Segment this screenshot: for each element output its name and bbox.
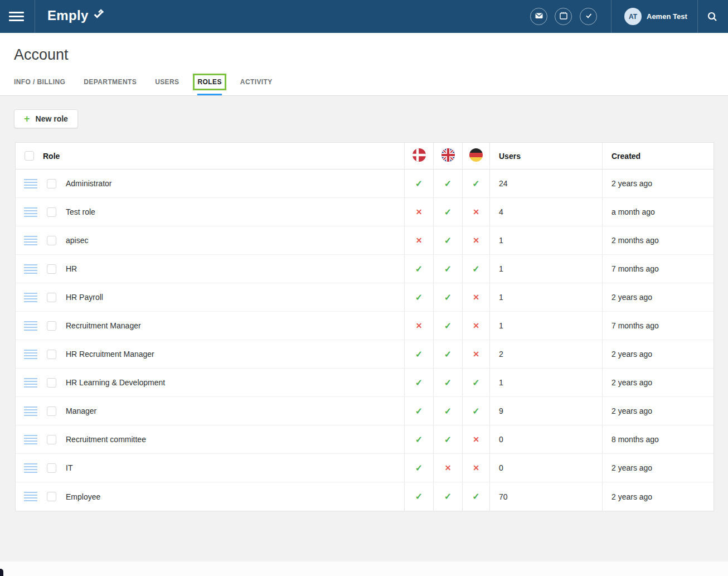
lang-english-cell: ✓ [433,283,462,311]
table-header-row: Role [16,143,714,170]
table-row: Test role ✕ ✓ ✕ 4 a month ago [16,198,714,226]
check-icon: ✓ [444,377,452,388]
lang-german-cell: ✓ [462,255,489,283]
role-name[interactable]: HR Recruitment Manager [66,350,154,359]
lang-danish-cell: ✓ [404,397,433,425]
users-count: 70 [499,492,508,501]
role-name[interactable]: Recruitment committee [66,435,146,444]
role-name[interactable]: HR [66,264,77,273]
drag-handle-icon[interactable] [24,463,37,473]
role-name[interactable]: Manager [66,406,96,415]
tasks-button[interactable] [580,8,597,25]
lang-english-cell: ✓ [433,312,462,340]
lang-danish-cell: ✓ [404,482,433,511]
role-name[interactable]: HR Payroll [66,293,103,302]
row-checkbox[interactable] [47,463,56,473]
role-name[interactable]: HR Learning & Development [66,378,165,387]
user-name[interactable]: Aemen Test [647,0,687,33]
tab-departments[interactable]: DEPARTMENTS [84,78,137,95]
check-icon: ✓ [415,463,423,473]
created-at: a month ago [611,207,655,216]
row-checkbox[interactable] [47,350,56,359]
row-checkbox[interactable] [47,293,56,302]
roles-table: Role [15,142,714,511]
tab-activity[interactable]: ACTIVITY [240,78,273,95]
cross-icon: ✕ [473,463,479,472]
cross-icon: ✕ [473,350,479,359]
check-icon: ✓ [415,292,423,303]
calendar-button[interactable] [555,8,572,25]
row-checkbox[interactable] [47,207,56,217]
role-name[interactable]: apisec [66,236,88,245]
check-icon: ✓ [415,349,423,360]
page-title: Account [14,46,69,64]
new-role-button[interactable]: + New role [14,109,78,128]
footer-strip [0,562,728,576]
check-icon: ✓ [444,491,452,502]
role-name[interactable]: IT [66,463,72,472]
users-count: 2 [499,350,503,359]
drag-handle-icon[interactable] [24,264,37,274]
search-icon[interactable] [707,11,718,22]
brand-name: Emply [47,8,89,23]
drag-handle-icon[interactable] [24,406,37,416]
tab-users[interactable]: USERS [155,78,179,95]
tab-roles[interactable]: ROLES [197,78,221,95]
hamburger-menu-icon[interactable] [9,12,24,21]
brand-logo[interactable]: Emply [47,8,105,23]
lang-danish-cell: ✕ [404,198,433,226]
check-icon: ✓ [444,292,452,303]
row-checkbox[interactable] [47,179,56,188]
check-icon: ✓ [444,235,452,246]
role-name[interactable]: Administrator [66,179,111,188]
drag-handle-icon[interactable] [24,179,37,188]
lang-danish-cell: ✕ [404,312,433,340]
row-checkbox[interactable] [47,492,56,501]
drag-handle-icon[interactable] [24,435,37,444]
drag-handle-icon[interactable] [24,492,37,501]
row-checkbox[interactable] [47,406,56,416]
drag-handle-icon[interactable] [24,236,37,245]
created-at: 7 months ago [611,264,659,273]
row-checkbox[interactable] [47,378,56,388]
cross-icon: ✕ [416,236,423,245]
user-avatar[interactable]: AT [624,8,642,25]
check-icon: ✓ [415,377,423,388]
tab-info-billing[interactable]: INFO / BILLING [14,78,65,95]
top-navbar: Emply AT A [0,0,728,33]
select-all-checkbox[interactable] [25,151,34,161]
lang-english-cell: ✓ [433,482,462,511]
row-checkbox[interactable] [47,321,56,331]
drag-handle-icon[interactable] [24,321,37,331]
row-checkbox[interactable] [47,435,56,444]
drag-handle-icon[interactable] [24,350,37,359]
lang-english-cell: ✓ [433,255,462,283]
users-count: 24 [499,179,508,188]
created-at: 2 years ago [611,350,652,359]
emply-logo-icon [93,8,105,23]
lang-danish-cell: ✕ [404,226,433,254]
drag-handle-icon[interactable] [24,293,37,302]
lang-german-cell: ✓ [462,482,489,511]
lang-german-cell: ✓ [462,369,489,396]
mail-icon [535,11,543,22]
check-icon: ✓ [444,178,452,189]
table-row: HR ✓ ✓ ✓ 1 7 months ago [16,255,714,283]
check-icon: ✓ [415,178,423,189]
users-count: 4 [499,207,503,216]
role-name[interactable]: Employee [66,492,100,501]
role-name[interactable]: Test role [66,207,95,216]
check-icon: ✓ [472,406,479,417]
role-name[interactable]: Recruitment Manager [66,321,141,330]
drag-handle-icon[interactable] [24,207,37,217]
table-row: HR Learning & Development ✓ ✓ ✓ 1 2 year… [16,369,714,397]
lang-german-cell: ✓ [462,170,489,197]
users-count: 1 [499,264,503,273]
lang-danish-cell: ✓ [404,283,433,311]
table-row: apisec ✕ ✓ ✕ 1 2 months ago [16,226,714,255]
mail-button[interactable] [530,8,547,25]
lang-german-cell: ✕ [462,226,489,254]
row-checkbox[interactable] [47,236,56,245]
drag-handle-icon[interactable] [24,378,37,388]
row-checkbox[interactable] [47,264,56,274]
